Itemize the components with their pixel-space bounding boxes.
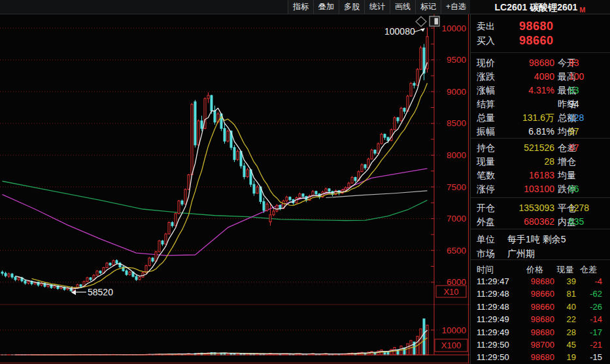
candle-body [276,205,278,211]
toolbar-button-多股[interactable]: 多股 [339,0,364,14]
diamond-icon[interactable] [416,17,426,27]
field-value: 680362 [505,215,554,228]
toolbar-button-叠加[interactable]: 叠加 [313,0,339,14]
candle-body [243,166,245,177]
tape-list[interactable]: 11:29:479868039-411:29:489866081-6211:29… [471,275,610,364]
candle-body [135,276,137,280]
tape-delta: -17 [575,326,602,339]
tape-header-cell: 现量 [554,263,576,276]
candle-body [227,131,229,141]
tape-row: 11:29:509870045-21 [471,339,610,351]
field-label: 笔数 [477,169,495,182]
toolbar-button-指标[interactable]: 指标 [288,0,313,14]
candle-body [116,261,118,263]
toolbar-button-画线[interactable]: 画线 [390,0,415,14]
tape-time: 11:29:50 [477,351,509,363]
bid-label: 买入 [477,34,495,47]
tape-row: 11:29:509868019-15 [471,351,610,363]
field-value: 98680 [505,56,554,69]
volume-bar [426,325,428,355]
candlestick-chart[interactable]: 1000095009000850080007500700065006000100… [0,14,469,364]
candle-body [197,121,199,145]
panel-divider [471,52,610,53]
volume-bar [423,319,425,355]
candle-body [11,274,13,277]
candle-body [348,183,350,188]
field-value: 521526 [505,141,554,154]
panel-divider [471,259,610,260]
candle-body [24,281,26,283]
field-label: 市场 [477,247,495,260]
field-label: 涨停 [477,182,495,195]
toolbar-button-+自选[interactable]: +自选 [441,0,471,14]
tape-qty: 81 [554,288,576,300]
tape-time: 11:29:49 [477,313,509,325]
field-label: 涨跌 [477,70,495,83]
tape-price: 98660 [515,288,554,300]
candle-body [96,271,98,275]
candle-body [377,144,379,154]
panel-divider [471,229,610,229]
toolbar-button-统计[interactable]: 统计 [364,0,390,14]
candle-body [387,137,389,141]
candle-body [1,272,3,273]
field-label: 开仓 [477,201,495,214]
candle-body [253,184,255,193]
field-value: 4080 [505,70,554,83]
tape-time: 11:29:47 [477,275,509,288]
tape-header-cell: 时间 [477,263,494,276]
field-label: 增仓 [558,155,576,168]
toolbar-button-标记[interactable]: 标记 [415,0,441,14]
tape-row: 11:29:479868039-4 [471,275,610,288]
candle-body [279,205,281,208]
candle-body [171,222,173,225]
tape-price: 98680 [515,313,554,325]
candle-body [201,121,203,129]
price-axis-label: 10000 [441,24,466,33]
tape-qty: 39 [554,275,576,288]
ask-label: 卖出 [477,20,495,33]
bid-price: 98660 [519,34,554,47]
field-value: 131.6万 [505,111,554,124]
candle-body [325,189,327,192]
price-axis-label: 6500 [447,246,466,256]
price-axis-label: 7000 [447,214,466,223]
tape-time: 11:29:48 [477,288,509,300]
candle-body [266,204,268,210]
tape-time: 11:29:49 [477,326,509,339]
ma-line-yellow [32,83,428,288]
candle-body [397,118,399,121]
candle-body [256,187,258,193]
candle-body [354,177,356,180]
candle-body [328,189,330,191]
tape-delta: -4 [575,275,602,288]
ask-price: 98680 [519,20,554,33]
candle-body [410,84,412,96]
candle-body [80,285,82,286]
candle-body [416,69,418,85]
field-label: 结算 [477,97,495,110]
toolbar-buttons: 指标叠加多股统计画线标记+自选返回 [288,0,497,14]
candle-body [403,108,405,111]
candle-body [237,152,239,160]
contract-title: LC2601 碳酸锂2601 [494,2,577,12]
candle-body [109,263,111,265]
tape-delta: -62 [575,288,602,300]
candle-body [194,102,196,145]
candle-body [286,197,288,201]
candle-body [126,271,127,274]
tape-row: 11:29:489866081-62 [471,288,610,300]
tape-row: 11:29:499868028-17 [471,326,610,339]
candle-body [99,271,101,273]
candle-body [47,285,49,286]
field-label: 涨幅 [477,84,495,97]
candle-body [374,150,376,154]
volume-ma-white [16,330,428,355]
candle-body [191,105,193,175]
field-label: 现量 [477,155,495,168]
field-value: 16183 [505,169,554,182]
candle-body [18,278,20,280]
candle-body [148,258,150,266]
tape-delta: -26 [575,301,602,313]
field-label: 单位 [477,233,495,246]
